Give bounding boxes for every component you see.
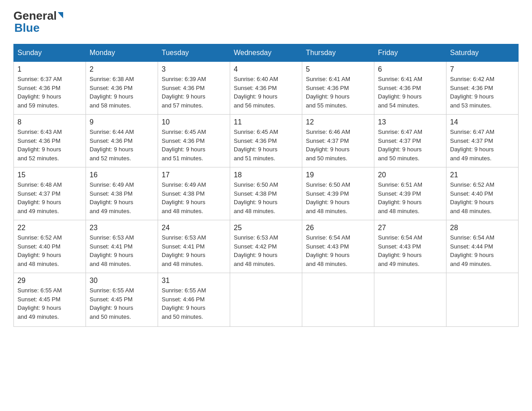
day-number: 11 xyxy=(234,118,298,126)
calendar-cell: 11 Sunrise: 6:45 AMSunset: 4:36 PMDaylig… xyxy=(230,115,302,167)
day-number: 9 xyxy=(90,118,154,126)
day-number: 31 xyxy=(162,277,226,285)
day-number: 27 xyxy=(378,224,442,232)
calendar-cell: 4 Sunrise: 6:40 AMSunset: 4:36 PMDayligh… xyxy=(230,62,302,115)
day-info: Sunrise: 6:41 AMSunset: 4:36 PMDaylight:… xyxy=(306,76,350,109)
day-info: Sunrise: 6:55 AMSunset: 4:45 PMDaylight:… xyxy=(90,287,134,320)
day-info: Sunrise: 6:54 AMSunset: 4:43 PMDaylight:… xyxy=(306,234,350,267)
day-number: 25 xyxy=(234,224,298,232)
day-number: 14 xyxy=(450,118,515,126)
day-info: Sunrise: 6:53 AMSunset: 4:41 PMDaylight:… xyxy=(90,234,134,267)
day-info: Sunrise: 6:45 AMSunset: 4:36 PMDaylight:… xyxy=(234,128,278,162)
day-number: 12 xyxy=(306,118,370,126)
calendar-cell: 23 Sunrise: 6:53 AMSunset: 4:41 PMDaylig… xyxy=(86,220,158,273)
calendar-cell: 26 Sunrise: 6:54 AMSunset: 4:43 PMDaylig… xyxy=(302,220,374,273)
calendar-body: 1 Sunrise: 6:37 AMSunset: 4:36 PMDayligh… xyxy=(14,62,519,327)
day-number: 13 xyxy=(378,118,442,126)
day-info: Sunrise: 6:50 AMSunset: 4:39 PMDaylight:… xyxy=(306,181,350,214)
calendar-cell: 22 Sunrise: 6:52 AMSunset: 4:40 PMDaylig… xyxy=(14,220,86,273)
calendar-week-row: 29 Sunrise: 6:55 AMSunset: 4:45 PMDaylig… xyxy=(14,273,519,327)
day-info: Sunrise: 6:55 AMSunset: 4:46 PMDaylight:… xyxy=(162,287,206,320)
day-number: 5 xyxy=(306,65,370,73)
day-info: Sunrise: 6:47 AMSunset: 4:37 PMDaylight:… xyxy=(450,128,494,162)
day-info: Sunrise: 6:46 AMSunset: 4:37 PMDaylight:… xyxy=(306,128,350,162)
day-info: Sunrise: 6:39 AMSunset: 4:36 PMDaylight:… xyxy=(162,76,206,109)
day-number: 4 xyxy=(234,65,298,73)
day-info: Sunrise: 6:40 AMSunset: 4:36 PMDaylight:… xyxy=(234,76,278,109)
day-info: Sunrise: 6:48 AMSunset: 4:37 PMDaylight:… xyxy=(17,181,62,214)
calendar-header-monday: Monday xyxy=(86,44,158,62)
calendar-cell: 8 Sunrise: 6:43 AMSunset: 4:36 PMDayligh… xyxy=(14,115,86,167)
day-info: Sunrise: 6:55 AMSunset: 4:45 PMDaylight:… xyxy=(17,287,62,320)
calendar-cell: 9 Sunrise: 6:44 AMSunset: 4:36 PMDayligh… xyxy=(86,115,158,167)
calendar-cell: 29 Sunrise: 6:55 AMSunset: 4:45 PMDaylig… xyxy=(14,273,86,327)
calendar-cell xyxy=(230,273,302,327)
calendar-header-row: SundayMondayTuesdayWednesdayThursdayFrid… xyxy=(14,44,519,62)
day-info: Sunrise: 6:53 AMSunset: 4:41 PMDaylight:… xyxy=(162,234,206,267)
calendar-header-friday: Friday xyxy=(374,44,446,62)
day-info: Sunrise: 6:38 AMSunset: 4:36 PMDaylight:… xyxy=(90,76,134,109)
calendar-cell: 20 Sunrise: 6:51 AMSunset: 4:39 PMDaylig… xyxy=(374,167,446,220)
calendar-cell: 3 Sunrise: 6:39 AMSunset: 4:36 PMDayligh… xyxy=(158,62,230,115)
calendar-week-row: 8 Sunrise: 6:43 AMSunset: 4:36 PMDayligh… xyxy=(14,115,519,167)
calendar-week-row: 22 Sunrise: 6:52 AMSunset: 4:40 PMDaylig… xyxy=(14,220,519,273)
day-info: Sunrise: 6:45 AMSunset: 4:36 PMDaylight:… xyxy=(162,128,206,162)
calendar-header-thursday: Thursday xyxy=(302,44,374,62)
day-number: 6 xyxy=(378,65,442,73)
calendar-week-row: 15 Sunrise: 6:48 AMSunset: 4:37 PMDaylig… xyxy=(14,167,519,220)
day-info: Sunrise: 6:43 AMSunset: 4:36 PMDaylight:… xyxy=(17,128,62,162)
day-info: Sunrise: 6:54 AMSunset: 4:44 PMDaylight:… xyxy=(450,234,494,267)
calendar-cell: 18 Sunrise: 6:50 AMSunset: 4:38 PMDaylig… xyxy=(230,167,302,220)
day-info: Sunrise: 6:52 AMSunset: 4:40 PMDaylight:… xyxy=(17,234,62,267)
calendar-cell xyxy=(374,273,446,327)
calendar-header-saturday: Saturday xyxy=(446,44,519,62)
day-number: 24 xyxy=(162,224,226,232)
calendar-cell: 28 Sunrise: 6:54 AMSunset: 4:44 PMDaylig… xyxy=(446,220,519,273)
day-number: 2 xyxy=(90,65,154,73)
logo: General Blue xyxy=(13,9,63,35)
day-info: Sunrise: 6:51 AMSunset: 4:39 PMDaylight:… xyxy=(378,181,422,214)
calendar-cell: 2 Sunrise: 6:38 AMSunset: 4:36 PMDayligh… xyxy=(86,62,158,115)
calendar-cell xyxy=(446,273,519,327)
day-info: Sunrise: 6:49 AMSunset: 4:38 PMDaylight:… xyxy=(90,181,134,214)
calendar-header-wednesday: Wednesday xyxy=(230,44,302,62)
day-info: Sunrise: 6:49 AMSunset: 4:38 PMDaylight:… xyxy=(162,181,206,214)
calendar-cell: 30 Sunrise: 6:55 AMSunset: 4:45 PMDaylig… xyxy=(86,273,158,327)
day-number: 7 xyxy=(450,65,515,73)
day-info: Sunrise: 6:41 AMSunset: 4:36 PMDaylight:… xyxy=(378,76,422,109)
calendar-cell: 14 Sunrise: 6:47 AMSunset: 4:37 PMDaylig… xyxy=(446,115,519,167)
calendar-cell: 31 Sunrise: 6:55 AMSunset: 4:46 PMDaylig… xyxy=(158,273,230,327)
day-info: Sunrise: 6:47 AMSunset: 4:37 PMDaylight:… xyxy=(378,128,422,162)
calendar-cell: 19 Sunrise: 6:50 AMSunset: 4:39 PMDaylig… xyxy=(302,167,374,220)
day-number: 30 xyxy=(90,277,154,285)
day-info: Sunrise: 6:37 AMSunset: 4:36 PMDaylight:… xyxy=(17,76,62,109)
page-header: General Blue xyxy=(13,9,519,35)
day-number: 3 xyxy=(162,65,226,73)
day-number: 26 xyxy=(306,224,370,232)
calendar-cell: 5 Sunrise: 6:41 AMSunset: 4:36 PMDayligh… xyxy=(302,62,374,115)
calendar-cell xyxy=(302,273,374,327)
calendar-cell: 7 Sunrise: 6:42 AMSunset: 4:36 PMDayligh… xyxy=(446,62,519,115)
day-number: 20 xyxy=(378,171,442,179)
day-number: 19 xyxy=(306,171,370,179)
day-number: 18 xyxy=(234,171,298,179)
day-number: 1 xyxy=(17,65,82,73)
day-number: 29 xyxy=(17,277,82,285)
logo-blue-text: Blue xyxy=(13,21,39,35)
day-info: Sunrise: 6:42 AMSunset: 4:36 PMDaylight:… xyxy=(450,76,494,109)
day-number: 17 xyxy=(162,171,226,179)
day-number: 10 xyxy=(162,118,226,126)
day-info: Sunrise: 6:44 AMSunset: 4:36 PMDaylight:… xyxy=(90,128,134,162)
day-number: 22 xyxy=(17,224,82,232)
day-info: Sunrise: 6:50 AMSunset: 4:38 PMDaylight:… xyxy=(234,181,278,214)
day-number: 21 xyxy=(450,171,515,179)
calendar-cell: 15 Sunrise: 6:48 AMSunset: 4:37 PMDaylig… xyxy=(14,167,86,220)
calendar-header-tuesday: Tuesday xyxy=(158,44,230,62)
calendar-cell: 24 Sunrise: 6:53 AMSunset: 4:41 PMDaylig… xyxy=(158,220,230,273)
calendar-cell: 17 Sunrise: 6:49 AMSunset: 4:38 PMDaylig… xyxy=(158,167,230,220)
calendar-cell: 25 Sunrise: 6:53 AMSunset: 4:42 PMDaylig… xyxy=(230,220,302,273)
day-number: 8 xyxy=(17,118,82,126)
calendar-cell: 16 Sunrise: 6:49 AMSunset: 4:38 PMDaylig… xyxy=(86,167,158,220)
calendar-cell: 27 Sunrise: 6:54 AMSunset: 4:43 PMDaylig… xyxy=(374,220,446,273)
calendar-cell: 10 Sunrise: 6:45 AMSunset: 4:36 PMDaylig… xyxy=(158,115,230,167)
